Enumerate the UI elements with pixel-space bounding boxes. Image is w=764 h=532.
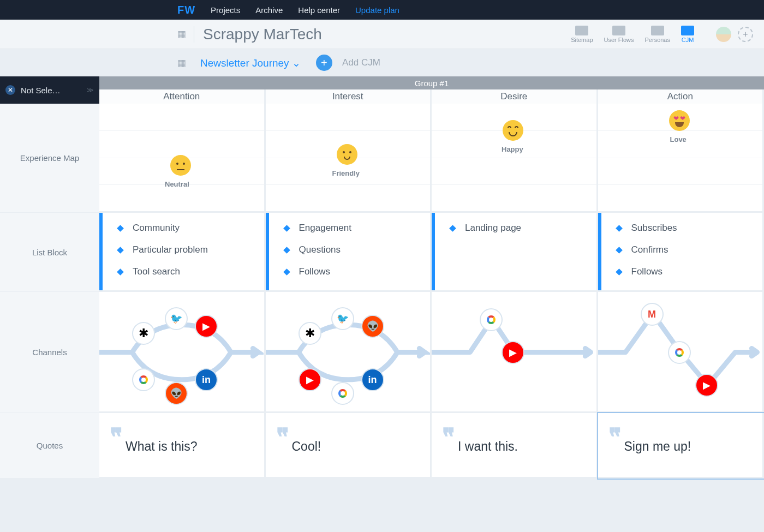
gmail-icon: M — [641, 303, 664, 326]
phase-desire[interactable]: Desire — [432, 89, 598, 104]
exp-cell-1[interactable]: Friendly — [266, 104, 432, 213]
tab-personas[interactable]: Personas — [645, 26, 670, 43]
chrome-icon — [668, 341, 691, 364]
nav-archive[interactable]: Archive — [255, 5, 283, 15]
sub-bar: ▦ Newsletter Journey ⌄ + Add CJM — [0, 49, 764, 76]
add-cjm-label: Add CJM — [342, 57, 380, 68]
exp-cell-2[interactable]: Happy — [432, 104, 598, 213]
slack-icon: ✱ — [132, 322, 155, 345]
project-title: Scrappy MarTech — [203, 26, 571, 43]
quote-icon: ❞ — [608, 429, 621, 446]
quote-icon: ❞ — [109, 429, 122, 446]
row-label-list: List Block — [0, 213, 99, 292]
nav-update-plan[interactable]: Update plan — [355, 5, 399, 15]
chrome-icon — [331, 382, 354, 405]
youtube-icon: ▶ — [299, 368, 321, 391]
channel-cell-2[interactable]: ▶ — [432, 292, 598, 413]
list-cell-1[interactable]: Engagement Questions Follows — [266, 213, 432, 292]
tab-sitemap[interactable]: Sitemap — [571, 26, 593, 43]
grid-icon[interactable]: ▦ — [177, 28, 186, 40]
list-cell-2[interactable]: Landing page — [432, 213, 598, 292]
add-user-button[interactable]: + — [738, 27, 753, 42]
avatar[interactable] — [716, 27, 731, 42]
emoji-friendly[interactable] — [337, 144, 357, 165]
emoji-neutral[interactable] — [170, 155, 191, 176]
group-header[interactable]: Group #1 — [99, 76, 764, 89]
emoji-love[interactable]: ❤ ❤ — [669, 110, 690, 131]
row-label-experience: Experience Map — [0, 104, 99, 213]
exp-cell-3[interactable]: ❤ ❤ Love — [598, 104, 765, 213]
channels-row: ✱ 🐦 ▶ 👽 in ✱ 🐦 👽 ▶ in ▶ — [99, 292, 764, 413]
logo: FW — [177, 4, 195, 16]
slack-icon: ✱ — [299, 322, 321, 345]
nav-projects[interactable]: Projects — [211, 5, 240, 15]
exp-cell-0[interactable]: Neutral — [99, 104, 266, 213]
list-cell-3[interactable]: Subscribes Confirms Follows — [598, 213, 765, 292]
emoji-happy[interactable] — [503, 120, 523, 141]
quotes-row: ❞ What is this? ❞ Cool! ❞ I want this. ❞… — [99, 413, 764, 479]
top-nav: FW Projects Archive Help center Update p… — [0, 0, 764, 20]
chrome-icon — [132, 368, 155, 391]
close-icon[interactable]: ✕ — [5, 85, 15, 95]
linkedin-icon: in — [361, 368, 384, 391]
journey-dropdown[interactable]: Newsletter Journey ⌄ — [200, 57, 301, 69]
youtube-icon: ▶ — [695, 374, 718, 397]
persona-selector[interactable]: ✕ Not Sele… ≫ — [0, 76, 99, 104]
list-cell-0[interactable]: Community Particular problem Tool search — [99, 213, 266, 292]
experience-row: Neutral Friendly Happy — [99, 104, 764, 213]
tab-userflows[interactable]: User Flows — [604, 26, 634, 43]
phase-attention[interactable]: Attention — [99, 89, 266, 104]
row-label-quotes: Quotes — [0, 413, 99, 479]
twitter-icon: 🐦 — [165, 307, 188, 330]
linkedin-icon: in — [195, 368, 218, 391]
phase-action[interactable]: Action — [598, 89, 765, 104]
youtube-icon: ▶ — [502, 341, 524, 364]
chrome-icon — [480, 308, 503, 331]
title-bar: ▦ Scrappy MarTech Sitemap User Flows Per… — [0, 20, 764, 49]
quote-cell-1[interactable]: ❞ Cool! — [266, 413, 432, 479]
channel-cell-3[interactable]: M ▶ — [598, 292, 765, 413]
reddit-icon: 👽 — [165, 382, 188, 405]
quote-cell-2[interactable]: ❞ I want this. — [432, 413, 598, 479]
channel-cell-0[interactable]: ✱ 🐦 ▶ 👽 in — [99, 292, 266, 413]
row-label-channels: Channels — [0, 292, 99, 413]
quote-icon: ❞ — [441, 429, 455, 446]
add-cjm-button[interactable]: + — [316, 55, 332, 71]
view-tabs: Sitemap User Flows Personas CJM — [571, 26, 694, 43]
twitter-icon: 🐦 — [331, 307, 354, 330]
quote-icon: ❞ — [276, 429, 289, 446]
youtube-icon: ▶ — [195, 315, 218, 338]
phase-interest[interactable]: Interest — [266, 89, 432, 104]
nav-help[interactable]: Help center — [298, 5, 340, 15]
list-row: Community Particular problem Tool search… — [99, 213, 764, 292]
quote-cell-0[interactable]: ❞ What is this? — [99, 413, 266, 479]
channel-cell-1[interactable]: ✱ 🐦 👽 ▶ in — [266, 292, 432, 413]
reddit-icon: 👽 — [361, 315, 384, 338]
quote-cell-3[interactable]: ❞ Sign me up! — [598, 413, 765, 479]
tab-cjm[interactable]: CJM — [681, 26, 694, 43]
chevron-right-icon: ≫ — [87, 86, 94, 94]
grid-icon-2[interactable]: ▦ — [177, 57, 186, 69]
